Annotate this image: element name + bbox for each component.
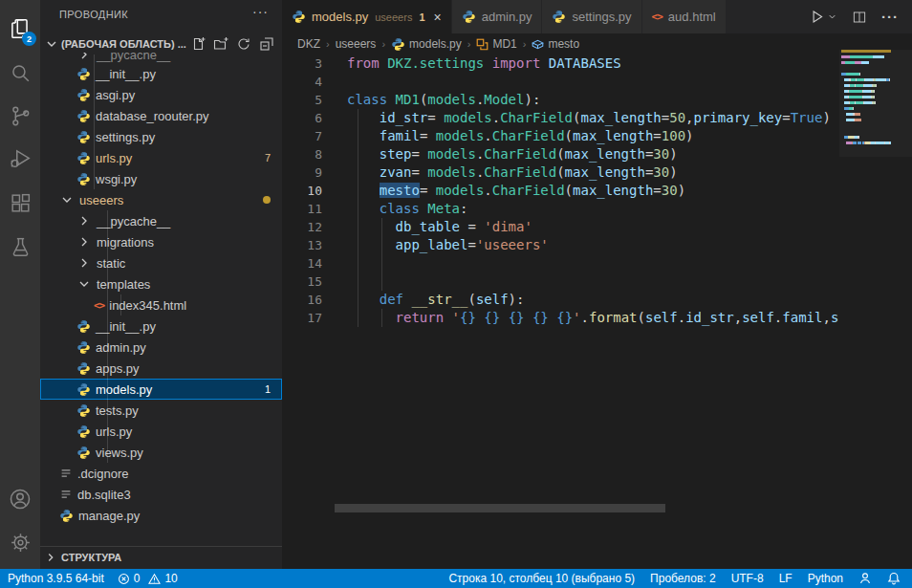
eol-item[interactable]: LF [779, 572, 793, 585]
tree-item-models-py[interactable]: models.py1 [40, 379, 282, 400]
settings-gear-icon[interactable] [0, 521, 40, 563]
language-mode-item[interactable]: Python [808, 572, 843, 585]
python-version-item[interactable]: Python 3.9.5 64-bit [8, 572, 104, 585]
tree-item-settings-py[interactable]: settings.py [40, 126, 282, 147]
split-editor-icon[interactable] [852, 10, 867, 25]
tree-item-label: urls.py [96, 425, 132, 439]
breadcrumb-item-dkz[interactable]: DKZ [297, 37, 320, 51]
minimap-line [841, 84, 876, 87]
outline-section-header[interactable]: СТРУКТУРА [40, 546, 282, 567]
horizontal-scrollbar[interactable] [335, 504, 665, 512]
tree-item--pycache-[interactable]: __pycache__ [40, 53, 282, 63]
tree-item--dcignore[interactable]: .dcignore [40, 463, 282, 484]
code-line-17[interactable]: 17 return '{} {} {} {} {}'.format(self.i… [282, 309, 912, 327]
code-line-11[interactable]: 11 class Meta: [282, 200, 912, 218]
refresh-icon[interactable] [236, 36, 251, 52]
breadcrumb-item-models-py[interactable]: models.py [391, 37, 462, 52]
tree-item-label: asgi.py [96, 88, 135, 102]
breadcrumb-label: models.py [409, 37, 462, 51]
minimap-line [841, 107, 854, 110]
breadcrumb-item-useeers[interactable]: useeers [336, 37, 377, 51]
tree-item-clipped[interactable]: __pycache__ [40, 53, 282, 63]
code-editor[interactable]: 3from DKZ.settings import DATABASES45cla… [282, 54, 912, 327]
tab-settings-py[interactable]: settings.py [542, 0, 641, 33]
chevron-down-icon[interactable] [827, 11, 837, 22]
code-line-9[interactable]: 9 zvan= models.CharField(max_length=30) [282, 163, 912, 182]
tree-item-database-roouter-py[interactable]: database_roouter.py [40, 105, 282, 126]
feedback-icon[interactable] [858, 572, 872, 585]
minimap-line [841, 101, 876, 104]
run-button[interactable] [809, 9, 837, 25]
code-line-14[interactable]: 14 [282, 254, 912, 272]
problems-item[interactable]: 0 10 [118, 572, 178, 585]
explorer-sidebar: ПРОВОДНИК ··· (РАБОЧАЯ ОБЛАСТЬ) ... __py… [40, 0, 282, 569]
tree-item-migrations[interactable]: migrations [40, 231, 282, 252]
code-line-13[interactable]: 13 app_label='useeers' [282, 236, 912, 254]
tree-item-static[interactable]: static [40, 252, 282, 273]
new-file-icon[interactable] [190, 36, 206, 52]
explorer-icon[interactable]: 2 [0, 8, 40, 50]
testing-icon[interactable] [0, 226, 40, 268]
code-line-3[interactable]: 3from DKZ.settings import DATABASES [282, 54, 912, 73]
code-line-content [347, 73, 912, 91]
python-file-icon [552, 10, 566, 24]
warning-icon [148, 573, 161, 585]
run-and-debug-icon[interactable] [0, 138, 40, 180]
code-line-15[interactable]: 15 [282, 272, 912, 291]
python-file-icon [76, 361, 91, 376]
tree-item--pycache-[interactable]: __pycache__ [40, 210, 282, 231]
search-icon[interactable] [0, 52, 40, 94]
account-icon[interactable] [0, 478, 40, 520]
code-line-8[interactable]: 8 step= models.CharField(max_length=30) [282, 145, 912, 163]
code-line-16[interactable]: 16 def __str__(self): [282, 291, 912, 309]
tree-item-label: views.py [96, 446, 143, 460]
close-icon[interactable]: × [434, 11, 442, 24]
more-actions-icon[interactable]: ··· [881, 9, 899, 25]
tree-item-label: wsgi.py [96, 172, 137, 186]
notifications-bell-icon[interactable] [887, 572, 901, 585]
tree-item-db-sqlite3[interactable]: db.sqlite3 [40, 484, 282, 505]
tab-models-py[interactable]: models.pyuseeers1× [282, 0, 452, 33]
new-folder-icon[interactable] [213, 36, 228, 52]
code-line-6[interactable]: 6 id_str= models.CharField(max_length=50… [282, 109, 912, 127]
python-file-icon [76, 130, 91, 144]
indentation-item[interactable]: Пробелов: 2 [650, 572, 716, 585]
tree-item-templates[interactable]: templates [40, 273, 282, 294]
tree-item-label: templates [97, 277, 150, 292]
tree-item-label: manage.py [78, 509, 140, 523]
tab-admin-py[interactable]: admin.py [452, 0, 543, 33]
code-line-7[interactable]: 7 famil= models.CharField(max_length=100… [282, 127, 912, 145]
breadcrumb-item-mesto[interactable]: mesto [532, 37, 579, 51]
code-line-10[interactable]: 10 mesto= models.CharField(max_length=30… [282, 182, 912, 200]
tree-item-urls-py[interactable]: urls.py7 [40, 147, 282, 168]
code-line-4[interactable]: 4 [282, 73, 912, 91]
extensions-icon[interactable] [0, 182, 40, 224]
collapse-all-icon[interactable] [259, 36, 274, 52]
tree-item-useeers[interactable]: useeers [40, 189, 282, 210]
cursor-position-item[interactable]: Строка 10, столбец 10 (выбрано 5) [448, 572, 635, 585]
tab-aud-html[interactable]: <>aud.html [642, 0, 727, 33]
tree-item-admin-py[interactable]: admin.py [40, 337, 282, 358]
workspace-section-header[interactable]: (РАБОЧАЯ ОБЛАСТЬ) ... [40, 33, 282, 54]
tree-item-wsgi-py[interactable]: wsgi.py [40, 168, 282, 189]
breadcrumb-label: useeers [336, 37, 377, 51]
tree-item-index345-html[interactable]: <>index345.html [40, 294, 282, 316]
source-control-icon[interactable] [0, 95, 40, 137]
tree-item-manage-py[interactable]: manage.py [40, 505, 282, 526]
python-file-icon [76, 319, 91, 334]
tree-item-urls-py[interactable]: urls.py [40, 421, 282, 442]
tree-item-asgi-py[interactable]: asgi.py [40, 84, 282, 105]
tree-item--init-py[interactable]: __init__.py [40, 316, 282, 337]
tree-item-tests-py[interactable]: tests.py [40, 400, 282, 421]
sidebar-more-actions-icon[interactable]: ··· [252, 4, 269, 19]
tree-item-apps-py[interactable]: apps.py [40, 358, 282, 379]
line-number: 12 [282, 218, 347, 236]
tree-item-views-py[interactable]: views.py [40, 442, 282, 463]
code-line-12[interactable]: 12 db_table = 'dima' [282, 218, 912, 236]
html-file-icon: <> [94, 299, 104, 312]
breadcrumb-item-md1[interactable]: MD1 [476, 37, 516, 51]
encoding-item[interactable]: UTF-8 [731, 572, 764, 585]
tree-item--init-py[interactable]: __init__.py [40, 63, 282, 84]
tree-item-label: db.sqlite3 [77, 488, 131, 502]
code-line-5[interactable]: 5class MD1(models.Model): [282, 91, 912, 109]
